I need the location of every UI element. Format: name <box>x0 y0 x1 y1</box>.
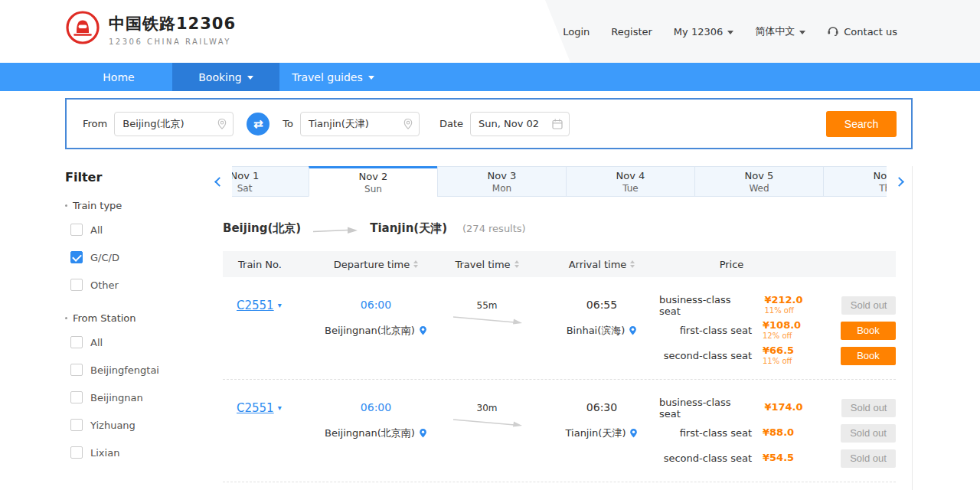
checkbox[interactable] <box>70 364 83 376</box>
filter-option-beijingnan[interactable]: Beijingnan <box>65 384 200 411</box>
brand[interactable]: 中国铁路12306 12306 CHINA RAILWAY <box>65 10 236 48</box>
nav-travel-guides[interactable]: Travel guides <box>279 63 387 91</box>
calendar-icon <box>552 119 563 129</box>
seat-class-label: business-class seat <box>659 294 753 317</box>
train-number-link[interactable]: C2551 <box>237 401 274 415</box>
route-to: Tianjin(天津) <box>370 221 447 236</box>
book-button[interactable]: Sold out <box>841 399 896 417</box>
search-button[interactable]: Search <box>826 111 897 137</box>
swap-arrows-icon: ⇄ <box>253 117 263 131</box>
map-pin-icon[interactable] <box>629 428 638 439</box>
prev-dates-button[interactable] <box>207 166 232 197</box>
filter-option-beijingfengtai[interactable]: Beijingfengtai <box>65 356 200 384</box>
my-12306-label: My 12306 <box>674 26 723 38</box>
arrival-station: Tianjin(天津) <box>544 420 659 446</box>
tab-date: Nov 6 <box>874 170 887 181</box>
results-count: (274 results) <box>462 223 526 234</box>
tab-date: Nov 4 <box>616 170 645 181</box>
fare-row-business: business-class seat ¥212.0 11% off Sold … <box>659 292 896 318</box>
from-input[interactable]: Beijing(北京) <box>114 112 234 136</box>
my-12306-menu[interactable]: My 12306 <box>674 26 733 38</box>
next-dates-button[interactable] <box>887 166 912 197</box>
col-travel-time[interactable]: Travel time <box>430 259 544 270</box>
tab-day: Mon <box>492 183 511 194</box>
map-pin-icon[interactable] <box>629 325 637 336</box>
fare-row-first: first-class seat ¥108.0 12% off Book <box>659 318 896 343</box>
arrival-cell: 06:55 Binhai(滨海) <box>544 292 659 368</box>
chevron-down-icon[interactable]: ▾ <box>278 301 282 309</box>
sort-icon[interactable] <box>413 260 418 268</box>
price-box: ¥66.5 11% off <box>763 345 813 365</box>
login-link[interactable]: Login <box>563 26 590 38</box>
from-label: From <box>83 118 107 129</box>
language-menu[interactable]: 简体中文 <box>755 24 805 38</box>
col-label: Travel time <box>455 259 510 270</box>
search-panel: From Beijing(北京) ⇄ To Tianjin(天津) Date <box>65 98 913 149</box>
price: ¥66.5 <box>763 345 813 357</box>
date-tab-nov-6[interactable]: Nov 6 Thu <box>823 166 887 197</box>
seat-class-label: second-class seat <box>664 350 752 361</box>
to-input[interactable]: Tianjin(天津) <box>300 112 420 136</box>
checkbox[interactable] <box>70 446 83 459</box>
train-number-link[interactable]: C2551 <box>237 299 274 312</box>
checkbox[interactable] <box>70 224 83 236</box>
filter-section-title: From Station <box>65 312 200 324</box>
book-button[interactable]: Sold out <box>841 424 896 443</box>
price: ¥108.0 <box>763 320 813 332</box>
filter-section-train-type: Train type All G/C/D Other <box>65 200 200 299</box>
discount-label: 11% off <box>763 357 813 366</box>
date-label: Date <box>439 118 463 129</box>
book-button[interactable]: Book <box>841 322 896 340</box>
language-label: 简体中文 <box>755 24 795 38</box>
col-arrival-time[interactable]: Arrival time <box>544 259 659 270</box>
nav-home[interactable]: Home <box>65 63 172 91</box>
sort-icon[interactable] <box>630 260 635 268</box>
date-input[interactable]: Sun, Nov 02 <box>470 112 570 136</box>
swap-stations-button[interactable]: ⇄ <box>247 113 270 136</box>
book-button[interactable]: Sold out <box>841 449 896 468</box>
filter-option-all-types[interactable]: All <box>65 216 200 243</box>
date-tab-nov-2[interactable]: Nov 2 Sun <box>309 166 438 197</box>
chevron-down-icon[interactable]: ▾ <box>278 403 282 412</box>
col-train-no: Train No. <box>223 259 322 270</box>
date-tab-nov-3[interactable]: Nov 3 Mon <box>437 166 567 197</box>
filter-option-yizhuang[interactable]: Yizhuang <box>65 411 200 439</box>
chevron-down-icon <box>368 76 374 80</box>
departure-station: Beijingnan(北京南) <box>322 420 430 446</box>
map-pin-icon[interactable] <box>419 325 427 336</box>
book-button[interactable]: Sold out <box>841 296 896 315</box>
nav-booking[interactable]: Booking <box>172 63 279 91</box>
filter-option-all-stations[interactable]: All <box>65 328 200 356</box>
travel-time-cell: 55m <box>430 292 544 368</box>
register-link[interactable]: Register <box>611 26 652 38</box>
filter-option-label: Lixian <box>90 447 119 459</box>
checkbox[interactable] <box>70 251 83 263</box>
arrival-time: 06:30 <box>544 395 659 420</box>
chevron-down-icon <box>727 31 733 34</box>
checkbox[interactable] <box>70 391 83 403</box>
departure-time: 06:00 <box>322 292 430 318</box>
filter-option-lixian[interactable]: Lixian <box>65 439 200 466</box>
date-tab-nov-5[interactable]: Nov 5 Wed <box>694 166 824 197</box>
register-label: Register <box>611 26 652 38</box>
tab-day: Thu <box>879 183 887 194</box>
station-name: Binhai(滨海) <box>567 324 626 338</box>
checkbox[interactable] <box>70 419 83 431</box>
contact-us-link[interactable]: Contact us <box>827 24 897 38</box>
sort-icon[interactable] <box>514 260 519 268</box>
map-pin-icon[interactable] <box>419 428 427 439</box>
date-tab-nov-4[interactable]: Nov 4 Tue <box>566 166 695 197</box>
checkbox[interactable] <box>70 279 83 291</box>
filter-title: Filter <box>65 170 200 185</box>
checkbox[interactable] <box>70 336 83 348</box>
table-header: Train No. Departure time Travel time Arr… <box>223 251 896 277</box>
filter-option-other[interactable]: Other <box>65 271 200 299</box>
price-box: ¥54.5 <box>763 452 813 464</box>
travel-time-cell: 30m <box>430 395 544 471</box>
col-departure-time[interactable]: Departure time <box>322 259 430 270</box>
book-button[interactable]: Book <box>841 347 896 365</box>
date-tab-nov-1[interactable]: Nov 1 Sat <box>232 166 309 197</box>
top-menu: Login Register My 12306 简体中文 <box>563 0 897 63</box>
filter-option-gcd[interactable]: G/C/D <box>65 243 200 271</box>
headset-icon <box>827 24 839 38</box>
